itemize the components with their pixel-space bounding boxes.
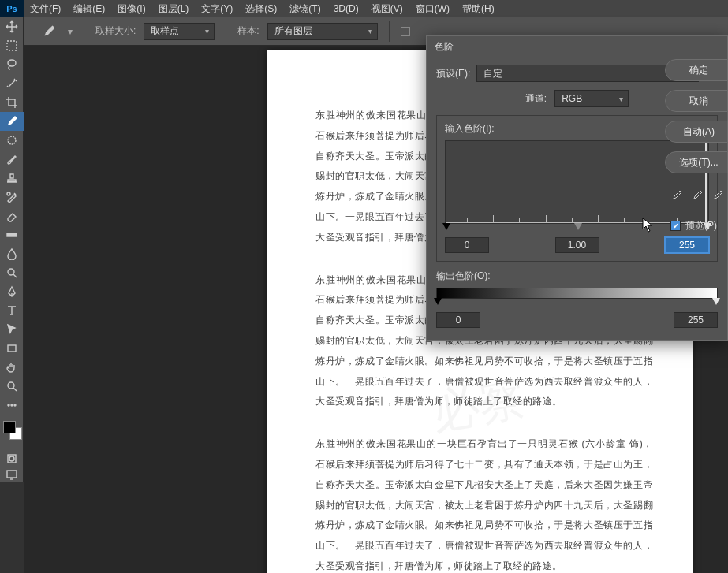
menu-file[interactable]: 文件(F) xyxy=(24,2,67,16)
tool-path-select[interactable] xyxy=(0,320,24,339)
preview-checkbox-row[interactable]: ✔ 预览(P) xyxy=(670,219,717,233)
svg-point-9 xyxy=(11,404,13,406)
channel-label: 通道: xyxy=(525,92,547,106)
svg-point-3 xyxy=(7,192,10,195)
svg-point-10 xyxy=(14,404,16,406)
menu-select[interactable]: 选择(S) xyxy=(239,2,283,16)
input-black-slider[interactable] xyxy=(442,223,450,230)
screen-mode-toggle[interactable] xyxy=(0,467,24,482)
sample-size-label: 取样大小: xyxy=(95,24,136,38)
svg-point-7 xyxy=(8,382,14,389)
tool-brush[interactable] xyxy=(0,150,24,169)
output-levels-label: 输出色阶(O): xyxy=(436,270,718,283)
sample-size-select[interactable]: 取样点 xyxy=(144,23,215,40)
auto-button[interactable]: 自动(A) xyxy=(665,121,728,143)
mouse-cursor xyxy=(642,218,655,233)
input-slider-track[interactable] xyxy=(445,223,709,234)
tool-history-brush[interactable] xyxy=(0,188,24,207)
svg-point-12 xyxy=(9,456,14,461)
svg-point-8 xyxy=(8,404,9,406)
tool-stamp[interactable] xyxy=(0,169,24,188)
menu-image[interactable]: 图像(I) xyxy=(111,2,151,16)
tool-bar xyxy=(0,17,24,482)
preview-checkbox[interactable]: ✔ xyxy=(670,221,681,231)
black-point-eyedropper-icon[interactable] xyxy=(670,189,683,205)
tool-rectangle[interactable] xyxy=(0,339,24,358)
menu-type[interactable]: 文字(Y) xyxy=(195,2,239,16)
sample-label: 样本: xyxy=(237,24,259,38)
dialog-side-buttons: 确定 取消 自动(A) 选项(T)... xyxy=(665,59,728,173)
color-swatches[interactable] xyxy=(0,418,23,446)
tool-zoom[interactable] xyxy=(0,377,24,396)
ok-button[interactable]: 确定 xyxy=(665,59,728,81)
dialog-titlebar[interactable]: 色阶 xyxy=(427,36,727,57)
output-white-slider[interactable] xyxy=(712,298,720,305)
svg-point-2 xyxy=(8,136,16,144)
tool-eyedropper[interactable] xyxy=(0,112,24,131)
tool-magic-wand[interactable] xyxy=(0,74,24,93)
tool-eraser[interactable] xyxy=(0,207,24,225)
menu-layer[interactable]: 图层(L) xyxy=(152,2,196,16)
tool-lasso[interactable] xyxy=(0,55,24,74)
svg-rect-0 xyxy=(7,41,17,50)
eyedropper-buttons xyxy=(670,189,724,205)
output-levels-group: 输出色阶(O): xyxy=(436,270,718,328)
tool-marquee[interactable] xyxy=(0,36,24,55)
tool-blur[interactable] xyxy=(0,244,24,263)
tool-dodge[interactable] xyxy=(0,263,24,282)
output-black-field[interactable] xyxy=(436,312,480,328)
menu-view[interactable]: 视图(V) xyxy=(365,2,409,16)
show-sampling-ring-checkbox[interactable] xyxy=(401,27,410,36)
tool-hand[interactable] xyxy=(0,358,24,377)
svg-rect-6 xyxy=(8,345,16,352)
output-slider-track[interactable] xyxy=(436,298,718,309)
output-white-field[interactable] xyxy=(674,312,718,328)
tool-edit-toolbar[interactable] xyxy=(0,396,24,415)
svg-point-5 xyxy=(8,269,14,275)
cancel-button[interactable]: 取消 xyxy=(665,90,728,112)
preset-label: 预设(E): xyxy=(436,67,470,80)
input-gamma-slider[interactable] xyxy=(574,223,582,230)
tool-type[interactable] xyxy=(0,301,24,320)
sample-select[interactable]: 所有图层 xyxy=(267,23,378,40)
gray-point-eyedropper-icon[interactable] xyxy=(691,189,704,205)
svg-point-1 xyxy=(8,60,16,66)
svg-rect-4 xyxy=(7,233,17,236)
preview-label: 预览(P) xyxy=(685,219,717,233)
input-gamma-field[interactable] xyxy=(555,237,599,253)
white-point-eyedropper-icon[interactable] xyxy=(711,189,724,205)
app-logo: Ps xyxy=(0,0,24,17)
output-gradient[interactable] xyxy=(436,288,718,299)
menu-window[interactable]: 窗口(W) xyxy=(409,2,456,16)
current-tool-icon[interactable] xyxy=(38,20,60,43)
tool-gradient[interactable] xyxy=(0,225,24,244)
output-black-slider[interactable] xyxy=(434,298,442,305)
svg-rect-13 xyxy=(7,471,17,478)
tool-move[interactable] xyxy=(0,17,24,36)
menu-edit[interactable]: 编辑(E) xyxy=(67,2,111,16)
menu-filter[interactable]: 滤镜(T) xyxy=(283,2,327,16)
foreground-color-swatch[interactable] xyxy=(3,421,16,433)
menu-bar: Ps 文件(F) 编辑(E) 图像(I) 图层(L) 文字(Y) 选择(S) 滤… xyxy=(0,0,728,17)
paragraph-3: 东胜神州的傲来国花果山的一块巨石孕育出了一只明灵石猴 (六小龄童 饰)，石猴后来… xyxy=(315,434,653,573)
menu-help[interactable]: 帮助(H) xyxy=(456,2,501,16)
input-black-field[interactable] xyxy=(445,237,489,253)
quick-mask-toggle[interactable] xyxy=(0,451,24,467)
tool-crop[interactable] xyxy=(0,93,24,112)
channel-select[interactable]: RGB xyxy=(554,90,629,107)
tool-patch[interactable] xyxy=(0,131,24,150)
options-button[interactable]: 选项(T)... xyxy=(665,151,728,173)
tool-pen[interactable] xyxy=(0,282,24,301)
input-white-field[interactable] xyxy=(665,237,709,253)
menu-3d[interactable]: 3D(D) xyxy=(327,3,365,14)
